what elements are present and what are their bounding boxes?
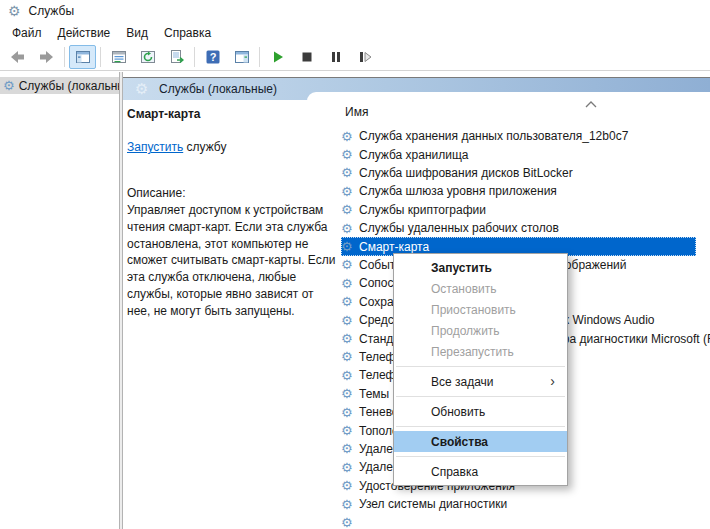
service-gear-icon: ⚙	[341, 166, 356, 179]
service-name: Служба хранения данных пользователя_12b0…	[359, 129, 628, 143]
service-name: Служба шлюза уровня приложения	[359, 184, 557, 198]
menu-item-label: Свойства	[431, 435, 488, 449]
menu-help[interactable]: Справка	[156, 24, 219, 42]
submenu-arrow-icon: ›	[550, 373, 555, 389]
pause-service-icon	[328, 49, 344, 65]
menu-item-label: Обновить	[431, 405, 485, 419]
service-name: Узел системы диагностики	[359, 497, 507, 511]
menu-separator	[396, 396, 565, 397]
back-button[interactable]	[4, 45, 31, 69]
service-row[interactable]: ⚙Служба шифрования дисков BitLocker	[341, 164, 710, 182]
service-gear-icon: ⚙	[341, 277, 356, 290]
service-row[interactable]: ⚙Служба шлюза уровня приложения	[341, 182, 710, 200]
menu-action[interactable]: Действие	[50, 24, 119, 42]
service-row[interactable]: ⚙Служба хранения данных пользователя_12b…	[341, 127, 710, 145]
service-gear-icon: ⚙	[341, 130, 356, 143]
service-gear-icon: ⚙	[341, 516, 356, 529]
service-gear-icon: ⚙	[341, 387, 356, 400]
service-row[interactable]: ⚙	[341, 513, 710, 529]
service-name: Смарт-карта	[359, 240, 429, 254]
show-action-pane-icon	[234, 49, 250, 65]
service-row[interactable]: ⚙Узел системы диагностики	[341, 495, 710, 513]
console-tree-pane: ⚙ Службы (локальные)	[0, 72, 119, 529]
service-row[interactable]: ⚙Службы криптографии	[341, 201, 710, 219]
title-bar: ⚙ Службы	[0, 0, 710, 22]
menu-separator	[396, 366, 565, 367]
menu-item-label: Продолжить	[431, 324, 500, 338]
help-icon: ?	[205, 49, 221, 65]
menu-separator	[396, 426, 565, 427]
forward-icon	[38, 49, 55, 65]
toolbar-separator	[64, 47, 65, 67]
export-list-button[interactable]	[163, 45, 190, 69]
menu-item-label: Справка	[431, 465, 478, 479]
service-gear-icon: ⚙	[341, 498, 356, 511]
menu-item-properties[interactable]: Свойства	[394, 431, 567, 452]
start-service-link[interactable]: Запустить	[127, 140, 183, 154]
menu-item-pause[interactable]: Приостановить	[394, 299, 567, 320]
menu-item-restart[interactable]: Перезапустить	[394, 341, 567, 362]
service-gear-icon: ⚙	[341, 258, 356, 271]
properties-icon	[111, 49, 127, 65]
service-gear-icon: ⚙	[341, 369, 356, 382]
menu-bar: Файл Действие Вид Справка	[0, 22, 710, 44]
service-gear-icon: ⚙	[341, 424, 356, 437]
selected-service-title: Смарт-карта	[127, 107, 201, 121]
svg-text:?: ?	[209, 51, 216, 63]
menu-item-resume[interactable]: Продолжить	[394, 320, 567, 341]
menu-file[interactable]: Файл	[4, 24, 50, 42]
sort-ascending-icon	[585, 101, 597, 108]
start-service-button[interactable]	[264, 45, 291, 69]
forward-button[interactable]	[33, 45, 60, 69]
tree-item-services-local[interactable]: ⚙ Службы (локальные)	[0, 77, 119, 94]
service-name: Службы криптографии	[359, 203, 486, 217]
show-action-pane-button[interactable]	[228, 45, 255, 69]
service-name: Службы удаленных рабочих столов	[359, 221, 559, 235]
menu-item-all-tasks[interactable]: Все задачи›	[394, 371, 567, 392]
service-gear-icon: ⚙	[341, 314, 356, 327]
help-button[interactable]: ?	[199, 45, 226, 69]
pause-service-button[interactable]	[322, 45, 349, 69]
restart-service-button[interactable]	[351, 45, 378, 69]
menu-item-start[interactable]: Запустить	[394, 257, 567, 278]
toolbar: ?	[0, 44, 710, 71]
back-icon	[9, 49, 26, 65]
menu-item-refresh[interactable]: Обновить	[394, 401, 567, 422]
show-console-tree-button[interactable]	[69, 45, 96, 69]
service-name: Служба шифрования дисков BitLocker	[359, 166, 573, 180]
service-name: Служба хранилища	[359, 148, 469, 162]
stop-service-icon	[299, 49, 315, 65]
service-gear-icon: ⚙	[341, 203, 356, 216]
toolbar-separator	[100, 47, 101, 67]
menu-item-label: Остановить	[431, 282, 497, 296]
tree-item-label: Службы (локальные)	[19, 79, 119, 93]
service-gear-icon: ⚙	[341, 222, 356, 235]
properties-button[interactable]	[105, 45, 132, 69]
service-gear-icon: ⚙	[341, 148, 356, 161]
service-row[interactable]: ⚙Службы удаленных рабочих столов	[341, 219, 710, 237]
pane-header-title: Службы (локальные)	[159, 82, 277, 96]
refresh-button[interactable]	[134, 45, 161, 69]
menu-item-help[interactable]: Справка	[394, 461, 567, 482]
services-gear-icon: ⚙	[8, 4, 21, 18]
service-gear-icon: ⚙	[341, 185, 356, 198]
services-window: ⚙ Службы Файл Действие Вид Справка ? ⚙ С…	[0, 0, 710, 529]
service-row[interactable]: ⚙Служба хранилища	[341, 145, 710, 163]
context-menu: ЗапуститьОстановитьПриостановитьПродолжи…	[393, 253, 568, 486]
export-list-icon	[169, 49, 185, 65]
start-service-icon	[270, 49, 286, 65]
menu-item-label: Все задачи	[431, 375, 494, 389]
description-text: Управляет доступом к устройствам чтения …	[127, 202, 339, 320]
service-gear-icon: ⚙	[341, 332, 356, 345]
service-gear-icon: ⚙	[341, 295, 356, 308]
service-gear-icon: ⚙	[341, 442, 356, 455]
column-header-name[interactable]: Имя	[345, 105, 368, 119]
menu-view[interactable]: Вид	[118, 24, 156, 42]
service-gear-icon: ⚙	[341, 350, 356, 363]
menu-item-stop[interactable]: Остановить	[394, 278, 567, 299]
action-suffix: службу	[183, 140, 226, 154]
stop-service-button[interactable]	[293, 45, 320, 69]
services-gear-icon: ⚙	[135, 81, 148, 96]
refresh-icon	[140, 49, 156, 65]
description-label: Описание:	[127, 186, 186, 200]
